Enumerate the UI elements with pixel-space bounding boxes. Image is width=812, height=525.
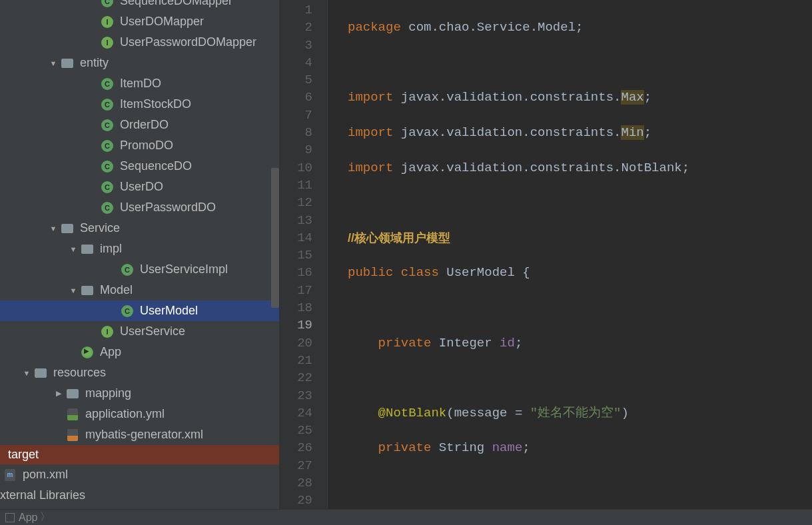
run-app-icon	[80, 345, 95, 360]
tree-item-label: ItemStockDO	[120, 97, 191, 111]
breadcrumb-icon	[5, 513, 15, 522]
tree-arrow-icon[interactable]: ▶	[52, 389, 65, 398]
tree-item-mybatis-generator.xml[interactable]: mybatis-generator.xml	[0, 424, 279, 445]
editor-gutter[interactable]: 1234567891011121314151617181920212223242…	[280, 0, 328, 509]
tree-item-label: impl	[100, 242, 122, 256]
tree-item-pom[interactable]: m pom.xml	[0, 464, 279, 485]
line-number[interactable]: 11	[280, 177, 312, 194]
tree-item-label: entity	[80, 56, 109, 70]
tree-item-userserviceimpl[interactable]: CUserServiceImpl	[0, 259, 279, 280]
tree-arrow-icon[interactable]: ▼	[47, 225, 60, 233]
tree-label: xternal Libraries	[0, 488, 85, 502]
line-number[interactable]: 21	[280, 352, 312, 369]
tree-item-itemdo[interactable]: CItemDO	[0, 73, 279, 94]
interface-icon: I	[100, 15, 115, 29]
line-number[interactable]: 25	[280, 422, 312, 439]
line-number[interactable]: 29	[280, 492, 312, 509]
status-bar: App 〉	[0, 509, 812, 525]
tree-item-application.yml[interactable]: application.yml	[0, 404, 279, 424]
line-number[interactable]: 10	[280, 159, 312, 177]
tree-item-entity[interactable]: ▼entity	[0, 53, 279, 73]
tree-item-impl[interactable]: ▼impl	[0, 239, 279, 259]
tree-item-userservice[interactable]: IUserService	[0, 321, 279, 342]
line-number[interactable]: 19	[280, 316, 312, 334]
tree-item-model[interactable]: ▼Model	[0, 280, 279, 300]
tree-item-label: mapping	[85, 386, 131, 400]
folder-icon	[60, 221, 75, 236]
tree-arrow-icon[interactable]: ▼	[67, 245, 80, 253]
tree-item-label: UserPasswordDOMapper	[120, 35, 256, 49]
tree-arrow-icon[interactable]: ▼	[20, 369, 33, 377]
tree-item-label: Model	[100, 283, 133, 297]
tree-arrow-icon[interactable]: ▼	[47, 59, 60, 67]
tree-item-userpassworddo[interactable]: CUserPasswordDO	[0, 197, 279, 218]
class-icon: C	[100, 180, 115, 195]
tree-item-label: SequenceDOMapper	[120, 0, 232, 8]
tree-item-label: mybatis-generator.xml	[85, 428, 203, 442]
tree-item-label: UserServiceImpl	[140, 262, 228, 276]
tree-item-label: OrderDO	[120, 118, 169, 132]
editor-code-area[interactable]: package com.chao.Service.Model; import j…	[328, 0, 705, 509]
class-icon: C	[100, 159, 115, 174]
folder-icon	[60, 56, 75, 71]
line-number[interactable]: 17	[280, 282, 312, 299]
tree-item-label: UserService	[120, 324, 185, 338]
line-number[interactable]: 23	[280, 387, 312, 404]
line-number[interactable]: 7	[280, 107, 312, 124]
line-number[interactable]: 20	[280, 334, 312, 352]
tree-item-label: Service	[80, 221, 120, 235]
tree-item-app[interactable]: App	[0, 342, 279, 362]
tree-label: pom.xml	[23, 468, 68, 482]
line-number[interactable]: 22	[280, 369, 312, 386]
line-number[interactable]: 3	[280, 37, 312, 54]
tree-arrow-icon[interactable]: ▼	[67, 286, 80, 294]
code-editor[interactable]: 1234567891011121314151617181920212223242…	[280, 0, 812, 509]
project-tree-panel[interactable]: CSequenceDOMapperIUserDOMapperIUserPassw…	[0, 0, 280, 509]
line-number[interactable]: 8	[280, 124, 312, 141]
line-number[interactable]: 13	[280, 212, 312, 229]
tree-item-label: application.yml	[85, 407, 165, 421]
line-number[interactable]: 6	[280, 89, 312, 106]
tree-item-sequencedomapper[interactable]: CSequenceDOMapper	[0, 0, 279, 11]
tree-item-label: App	[100, 345, 121, 359]
line-number[interactable]: 18	[280, 299, 312, 316]
yml-file-icon	[65, 407, 80, 422]
class-icon: C	[100, 201, 115, 215]
tree-item-itemstockdo[interactable]: CItemStockDO	[0, 94, 279, 115]
tree-item-promodo[interactable]: CPromoDO	[0, 135, 279, 156]
folder-icon	[33, 366, 48, 380]
line-number[interactable]: 2	[280, 19, 312, 36]
tree-item-label: UserDOMapper	[120, 15, 204, 29]
line-number[interactable]: 26	[280, 439, 312, 456]
tree-item-service[interactable]: ▼Service	[0, 218, 279, 239]
class-icon: C	[100, 118, 115, 133]
class-icon: C	[100, 0, 115, 9]
line-number[interactable]: 16	[280, 264, 312, 281]
tree-item-resources[interactable]: ▼resources	[0, 362, 279, 383]
tree-item-label: SequenceDO	[120, 159, 192, 173]
class-icon: C	[100, 139, 115, 153]
tree-item-mapping[interactable]: ▶mapping	[0, 383, 279, 404]
tree-item-usermodel[interactable]: CUserModel	[0, 300, 279, 321]
tree-item-userpassworddomapper[interactable]: IUserPasswordDOMapper	[0, 32, 279, 53]
line-number[interactable]: 4	[280, 54, 312, 71]
class-icon: C	[100, 97, 115, 112]
tree-item-target[interactable]: target	[0, 445, 279, 464]
tree-item-userdomapper[interactable]: IUserDOMapper	[0, 11, 279, 32]
line-number[interactable]: 1	[280, 1, 312, 19]
line-number[interactable]: 24	[280, 404, 312, 422]
tree-item-userdo[interactable]: CUserDO	[0, 177, 279, 197]
line-number[interactable]: 5	[280, 71, 312, 89]
line-number[interactable]: 28	[280, 474, 312, 492]
line-number[interactable]: 12	[280, 194, 312, 211]
line-number[interactable]: 27	[280, 457, 312, 474]
sidebar-scrollbar[interactable]	[271, 168, 279, 308]
tree-item-label: UserModel	[140, 304, 198, 318]
tree-item-external-libraries[interactable]: xternal Libraries	[0, 485, 279, 506]
tree-item-orderdo[interactable]: COrderDO	[0, 115, 279, 135]
line-number[interactable]: 15	[280, 247, 312, 264]
line-number[interactable]: 14	[280, 229, 312, 247]
tree-item-sequencedo[interactable]: CSequenceDO	[0, 156, 279, 177]
interface-icon: I	[100, 324, 115, 339]
line-number[interactable]: 9	[280, 141, 312, 159]
